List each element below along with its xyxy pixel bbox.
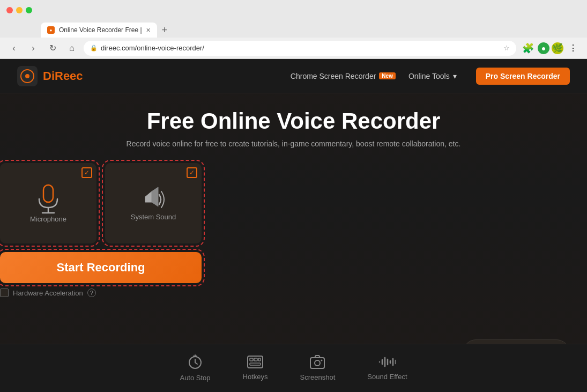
hotkeys-icon [247,356,263,368]
hardware-acceleration-help-icon[interactable]: ? [87,289,96,297]
svg-point-12 [315,360,320,366]
feature-auto-stop[interactable]: Auto Stop [180,354,210,382]
reload-button[interactable]: ↻ [45,41,60,56]
screenshot-icon [310,355,325,369]
minimize-window-button[interactable] [16,7,23,13]
extensions-icon[interactable]: 🧩 [521,41,536,56]
start-recording-wrapper: Start Recording [0,252,202,283]
auto-stop-icon [188,354,203,369]
profile-button-2[interactable]: 🌿 [552,42,563,54]
pro-screen-recorder-button[interactable]: Pro Screen Recorder [476,68,570,85]
browser-chrome: ● Online Voice Recorder Free | × + ‹ › ↻… [0,0,587,59]
recording-options: ✓ Microphone ✓ [0,163,587,243]
url-text: direec.com/online-voice-recorder/ [101,44,500,52]
profile-button[interactable]: ● [538,42,549,54]
svg-marker-4 [152,187,158,206]
logo-di: Di [43,69,55,83]
tab-favicon: ● [47,26,55,34]
hero-subtitle: Record voice online for free to create t… [0,139,587,148]
hero-title: Free Online Voice Recorder [0,108,587,134]
svg-point-13 [321,360,323,361]
system-sound-label: System Sound [131,213,176,221]
hotkeys-label: Hotkeys [243,373,268,381]
microphone-checkbox[interactable]: ✓ [81,167,92,178]
tab-title: Online Voice Recorder Free | [59,26,142,34]
url-bar[interactable]: 🔒 direec.com/online-voice-recorder/ ☆ [84,41,516,56]
system-sound-checkbox[interactable]: ✓ [187,167,197,178]
address-bar: ‹ › ↻ ⌂ 🔒 direec.com/online-voice-record… [0,38,587,59]
nav-links: Chrome Screen Recorder New Online Tools … [291,68,570,85]
more-options-button[interactable]: ⋮ [566,41,581,56]
new-tab-button[interactable]: + [157,23,172,38]
microphone-card[interactable]: ✓ Microphone [0,163,96,243]
feature-screenshot[interactable]: Screenshot [300,355,336,381]
svg-rect-7 [250,358,253,361]
svg-rect-11 [310,358,324,368]
forward-button[interactable]: › [26,41,41,56]
system-sound-icon [140,186,167,213]
logo-icon [17,66,38,86]
site-nav: DiReec Chrome Screen Recorder New Online… [0,59,587,93]
hero-section: Free Online Voice Recorder Record voice … [0,93,587,297]
feature-bar: Auto Stop Hotkeys Screenshot [0,344,587,392]
svg-rect-9 [258,358,261,361]
active-tab[interactable]: ● Online Voice Recorder Free | × [41,23,157,38]
microphone-label: Microphone [30,215,66,223]
tab-bar: ● Online Voice Recorder Free | × + [0,20,587,38]
title-bar [0,0,587,20]
logo-circle-inner [25,74,29,78]
system-sound-card[interactable]: ✓ System Sound [105,163,202,243]
new-badge: New [379,72,396,79]
sound-effect-label: Sound Effect [367,373,407,381]
home-button[interactable]: ⌂ [64,41,79,56]
chrome-screen-recorder-link[interactable]: Chrome Screen Recorder New [291,72,396,80]
svg-rect-8 [254,358,257,361]
online-tools-link[interactable]: Online Tools ▾ [408,72,457,80]
screenshot-label: Screenshot [300,373,336,381]
hardware-acceleration: Hardware Acceleration ? [0,289,587,297]
main-content: DiReec Chrome Screen Recorder New Online… [0,59,587,392]
svg-rect-0 [43,185,53,202]
lock-icon: 🔒 [90,45,98,51]
feature-hotkeys[interactable]: Hotkeys [243,356,268,381]
hardware-acceleration-checkbox[interactable] [0,289,9,297]
auto-stop-label: Auto Stop [180,374,210,382]
tab-close-button[interactable]: × [146,26,151,34]
svg-rect-10 [250,363,261,365]
microphone-icon [35,184,62,215]
feature-sound-effect[interactable]: Sound Effect [367,356,407,381]
logo: DiReec [17,66,83,86]
bookmark-icon[interactable]: ☆ [503,44,510,52]
maximize-window-button[interactable] [26,7,32,13]
svg-marker-3 [145,191,152,202]
traffic-lights [6,7,32,13]
start-recording-button[interactable]: Start Recording [0,252,202,283]
browser-actions: 🧩 ● 🌿 ⋮ [521,41,581,56]
back-button[interactable]: ‹ [6,41,21,56]
sound-effect-icon [378,356,396,368]
hardware-acceleration-label: Hardware Acceleration [13,289,83,297]
logo-reec: Reec [55,69,83,83]
logo-circle-outer [20,69,34,83]
logo-text: DiReec [43,69,83,83]
close-window-button[interactable] [6,7,13,13]
